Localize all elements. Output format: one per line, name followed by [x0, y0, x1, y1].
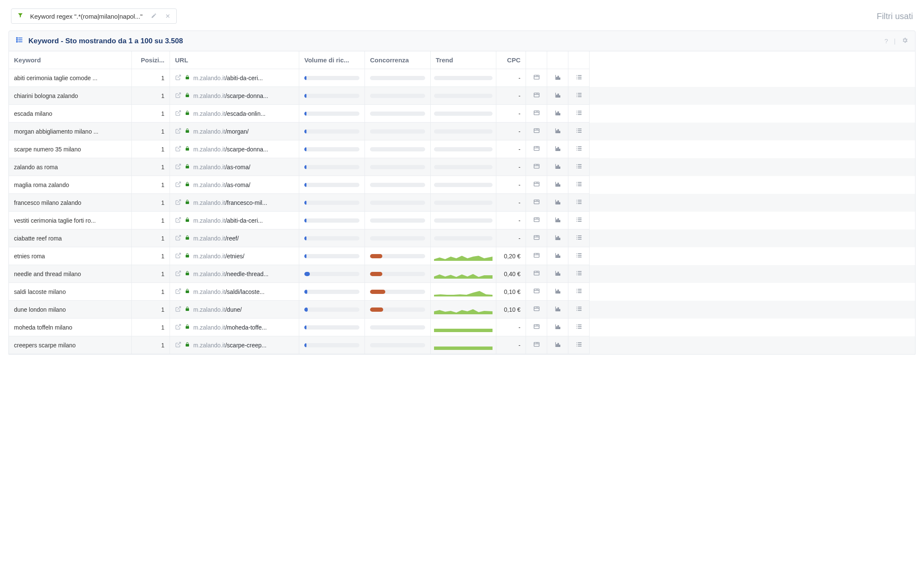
keyword-cell[interactable]: chiarini bologna zalando	[9, 87, 132, 105]
external-link-icon[interactable]	[175, 270, 181, 278]
menu-list-icon[interactable]	[568, 123, 590, 140]
expand-icon[interactable]	[526, 194, 547, 212]
external-link-icon[interactable]	[175, 74, 181, 82]
url-cell[interactable]: m.zalando.it/needle-thread...	[170, 265, 299, 283]
expand-icon[interactable]	[526, 212, 547, 229]
menu-list-icon[interactable]	[568, 105, 590, 123]
keyword-cell[interactable]: abiti cerimonia taglie comode ...	[9, 69, 132, 87]
external-link-icon[interactable]	[175, 324, 181, 331]
col-volume[interactable]: Volume di ric...	[299, 51, 365, 69]
col-trend[interactable]: Trend	[431, 51, 496, 69]
chart-icon[interactable]	[547, 212, 568, 229]
chart-icon[interactable]	[547, 69, 568, 87]
menu-list-icon[interactable]	[568, 229, 590, 247]
chart-icon[interactable]	[547, 87, 568, 105]
filter-chip[interactable]: Keyword regex ".*(roma|milano|napol..." …	[11, 8, 177, 24]
chart-icon[interactable]	[547, 336, 568, 354]
menu-list-icon[interactable]	[568, 265, 590, 283]
url-cell[interactable]: m.zalando.it/scarpe-donna...	[170, 140, 299, 158]
chart-icon[interactable]	[547, 265, 568, 283]
menu-list-icon[interactable]	[568, 87, 590, 105]
keyword-cell[interactable]: etnies roma	[9, 247, 132, 265]
close-icon[interactable]: ✕	[165, 13, 170, 20]
external-link-icon[interactable]	[175, 341, 181, 349]
external-link-icon[interactable]	[175, 128, 181, 135]
keyword-cell[interactable]: morgan abbigliamento milano ...	[9, 123, 132, 140]
expand-icon[interactable]	[526, 176, 547, 194]
expand-icon[interactable]	[526, 87, 547, 105]
menu-list-icon[interactable]	[568, 319, 590, 336]
url-cell[interactable]: m.zalando.it/dune/	[170, 301, 299, 319]
edit-icon[interactable]	[151, 13, 157, 20]
external-link-icon[interactable]	[175, 92, 181, 100]
keyword-cell[interactable]: ciabatte reef roma	[9, 229, 132, 247]
external-link-icon[interactable]	[175, 306, 181, 313]
external-link-icon[interactable]	[175, 199, 181, 207]
external-link-icon[interactable]	[175, 145, 181, 153]
menu-list-icon[interactable]	[568, 176, 590, 194]
external-link-icon[interactable]	[175, 288, 181, 296]
url-cell[interactable]: m.zalando.it/as-roma/	[170, 158, 299, 176]
col-competition[interactable]: Concorrenza	[365, 51, 431, 69]
keyword-cell[interactable]: creepers scarpe milano	[9, 336, 132, 354]
external-link-icon[interactable]	[175, 235, 181, 242]
keyword-cell[interactable]: needle and thread milano	[9, 265, 132, 283]
col-position[interactable]: Posizi...	[132, 51, 170, 69]
external-link-icon[interactable]	[175, 110, 181, 117]
keyword-cell[interactable]: vestiti cerimonia taglie forti ro...	[9, 212, 132, 229]
list-icon[interactable]	[16, 36, 23, 46]
menu-list-icon[interactable]	[568, 336, 590, 354]
menu-list-icon[interactable]	[568, 247, 590, 265]
expand-icon[interactable]	[526, 265, 547, 283]
chart-icon[interactable]	[547, 105, 568, 123]
expand-icon[interactable]	[526, 301, 547, 319]
keyword-cell[interactable]: escada milano	[9, 105, 132, 123]
menu-list-icon[interactable]	[568, 301, 590, 319]
url-cell[interactable]: m.zalando.it/morgan/	[170, 123, 299, 140]
keyword-cell[interactable]: zalando as roma	[9, 158, 132, 176]
col-cpc[interactable]: CPC	[496, 51, 526, 69]
url-cell[interactable]: m.zalando.it/abiti-da-ceri...	[170, 212, 299, 229]
chart-icon[interactable]	[547, 247, 568, 265]
keyword-cell[interactable]: scarpe numero 35 milano	[9, 140, 132, 158]
url-cell[interactable]: m.zalando.it/scarpe-creep...	[170, 336, 299, 354]
chart-icon[interactable]	[547, 283, 568, 301]
external-link-icon[interactable]	[175, 252, 181, 260]
url-cell[interactable]: m.zalando.it/as-roma/	[170, 176, 299, 194]
chart-icon[interactable]	[547, 319, 568, 336]
keyword-cell[interactable]: francesco milano zalando	[9, 194, 132, 212]
menu-list-icon[interactable]	[568, 158, 590, 176]
chart-icon[interactable]	[547, 229, 568, 247]
expand-icon[interactable]	[526, 229, 547, 247]
url-cell[interactable]: m.zalando.it/escada-onlin...	[170, 105, 299, 123]
menu-list-icon[interactable]	[568, 140, 590, 158]
expand-icon[interactable]	[526, 336, 547, 354]
url-cell[interactable]: m.zalando.it/reef/	[170, 229, 299, 247]
expand-icon[interactable]	[526, 140, 547, 158]
expand-icon[interactable]	[526, 158, 547, 176]
external-link-icon[interactable]	[175, 181, 181, 189]
url-cell[interactable]: m.zalando.it/francesco-mil...	[170, 194, 299, 212]
chart-icon[interactable]	[547, 123, 568, 140]
help-icon[interactable]: ?	[885, 37, 888, 45]
url-cell[interactable]: m.zalando.it/saldi/lacoste...	[170, 283, 299, 301]
expand-icon[interactable]	[526, 283, 547, 301]
keyword-cell[interactable]: maglia roma zalando	[9, 176, 132, 194]
expand-icon[interactable]	[526, 247, 547, 265]
expand-icon[interactable]	[526, 319, 547, 336]
expand-icon[interactable]	[526, 123, 547, 140]
chart-icon[interactable]	[547, 176, 568, 194]
keyword-cell[interactable]: saldi lacoste milano	[9, 283, 132, 301]
menu-list-icon[interactable]	[568, 69, 590, 87]
expand-icon[interactable]	[526, 69, 547, 87]
chart-icon[interactable]	[547, 140, 568, 158]
chart-icon[interactable]	[547, 158, 568, 176]
external-link-icon[interactable]	[175, 163, 181, 171]
external-link-icon[interactable]	[175, 217, 181, 224]
url-cell[interactable]: m.zalando.it/moheda-toffe...	[170, 319, 299, 336]
keyword-cell[interactable]: dune london milano	[9, 301, 132, 319]
chart-icon[interactable]	[547, 194, 568, 212]
url-cell[interactable]: m.zalando.it/etnies/	[170, 247, 299, 265]
expand-icon[interactable]	[526, 105, 547, 123]
url-cell[interactable]: m.zalando.it/scarpe-donna...	[170, 87, 299, 105]
